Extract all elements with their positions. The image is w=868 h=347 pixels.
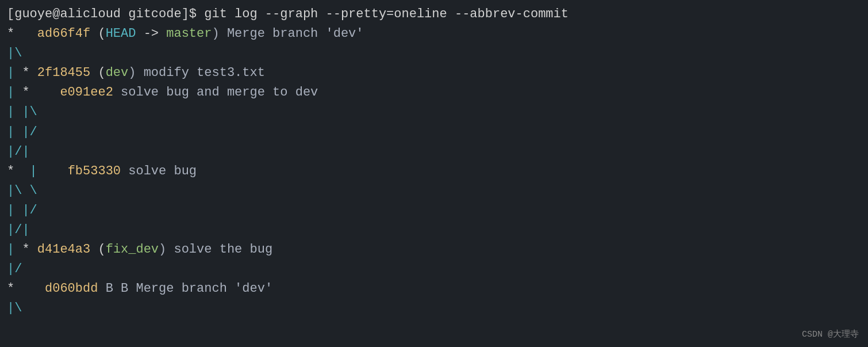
terminal-line: | |\: [7, 102, 861, 122]
terminal-line: | * e091ee2 solve bug and merge to dev: [7, 83, 861, 102]
terminal-line: * d060bdd B B Merge branch 'dev': [7, 279, 861, 299]
terminal-line: |/: [7, 260, 861, 279]
terminal-line: |\: [7, 299, 861, 318]
terminal-window: [guoye@alicloud gitcode]$ git log --grap…: [0, 0, 868, 347]
terminal-line: [guoye@alicloud gitcode]$ git log --grap…: [7, 5, 861, 24]
terminal-line: * | fb53330 solve bug: [7, 162, 861, 181]
terminal-line: |/|: [7, 220, 861, 240]
terminal-line: | * 2f18455 (dev) modify test3.txt: [7, 63, 861, 83]
terminal-line: | * d41e4a3 (fix_dev) solve the bug: [7, 240, 861, 260]
terminal-line: |/|: [7, 142, 861, 162]
terminal-line: * ad66f4f (HEAD -> master) Merge branch …: [7, 24, 861, 44]
terminal-line: |\ \: [7, 181, 861, 201]
terminal-line: |\: [7, 44, 861, 63]
watermark: CSDN @大理寺: [802, 328, 859, 341]
terminal-line: | |/: [7, 123, 861, 142]
terminal-line: | |/: [7, 201, 861, 220]
